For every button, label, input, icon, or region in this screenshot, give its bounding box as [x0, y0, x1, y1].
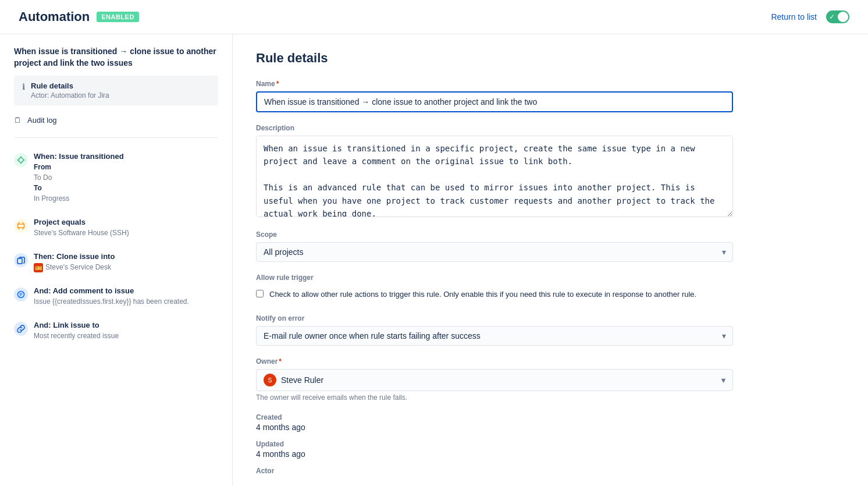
allow-rule-trigger-group: Allow rule trigger Check to allow other …: [256, 274, 733, 303]
enabled-toggle[interactable]: ✓: [826, 10, 849, 23]
created-value: 4 months ago: [256, 423, 733, 432]
audit-log-item[interactable]: 🗒 Audit log: [14, 110, 218, 130]
audit-icon: 🗒: [14, 116, 22, 125]
owner-select-wrapper[interactable]: S Steve Ruler ▾: [256, 369, 733, 391]
link-content: And: Link issue to Most recently created…: [34, 321, 119, 341]
panel-title: Rule details: [256, 51, 733, 66]
trigger-content: When: Issue transitioned FromTo DoToIn P…: [34, 152, 124, 204]
condition-sub: Steve's Software House (SSH): [34, 228, 129, 238]
trigger-title: When: Issue transitioned: [34, 152, 124, 161]
rule-details-sidebar-item[interactable]: ℹ Rule details Actor: Automation for Jir…: [14, 76, 218, 105]
created-label: Created: [256, 413, 733, 421]
comment-content: And: Add comment to issue Issue {{create…: [34, 286, 189, 307]
allow-rule-trigger-text: Check to allow other rule actions to tri…: [269, 289, 696, 300]
comment-icon: [14, 288, 28, 301]
flow-item-condition[interactable]: Project equals Steve's Software House (S…: [14, 211, 218, 245]
info-icon: ℹ: [22, 82, 25, 91]
main-content: When issue is transitioned → clone issue…: [0, 34, 868, 486]
condition-content: Project equals Steve's Software House (S…: [34, 218, 129, 238]
owner-label: Owner*: [256, 357, 733, 366]
top-bar: Automation ENABLED Return to list ✓: [0, 0, 868, 34]
owner-helper-text: The owner will receive emails when the r…: [256, 393, 733, 402]
right-panel: Rule details Name* Description When an i…: [233, 34, 756, 486]
scope-group: Scope All projects Specific projects: [256, 230, 733, 262]
rule-details-text: Rule details Actor: Automation for Jira: [31, 81, 109, 100]
comment-title: And: Add comment to issue: [34, 286, 189, 295]
scope-label: Scope: [256, 230, 733, 239]
owner-group: Owner* S Steve Ruler ▾ The owner will re…: [256, 357, 733, 402]
description-label: Description: [256, 124, 733, 132]
owner-name: Steve Ruler: [281, 375, 712, 385]
owner-chevron-icon: ▾: [721, 375, 725, 385]
description-textarea[interactable]: When an issue is transitioned in a speci…: [256, 136, 733, 217]
service-desk-icon: 🎫: [34, 263, 43, 272]
meta-section: Created 4 months ago Updated 4 months ag…: [256, 413, 733, 475]
updated-label: Updated: [256, 440, 733, 448]
clone-icon: [14, 253, 28, 267]
link-icon: [14, 322, 28, 336]
svg-rect-0: [17, 258, 22, 264]
clone-title: Then: Clone issue into: [34, 252, 115, 261]
app-title: Automation: [19, 9, 90, 24]
flow-item-trigger[interactable]: When: Issue transitioned FromTo DoToIn P…: [14, 145, 218, 211]
description-group: Description When an issue is transitione…: [256, 124, 733, 219]
owner-avatar: S: [264, 374, 276, 386]
return-to-list-link[interactable]: Return to list: [771, 12, 817, 22]
updated-value: 4 months ago: [256, 449, 733, 459]
scope-select-wrapper: All projects Specific projects: [256, 242, 733, 262]
comment-sub: Issue {{createdIssues.first.key}} has be…: [34, 296, 189, 307]
notify-on-error-label: Notify on error: [256, 314, 733, 322]
name-input[interactable]: [256, 91, 733, 112]
flow-item-link[interactable]: And: Link issue to Most recently created…: [14, 314, 218, 348]
toggle-check-icon: ✓: [829, 13, 835, 21]
allow-rule-trigger-row: Check to allow other rule actions to tri…: [256, 286, 733, 303]
condition-title: Project equals: [34, 218, 129, 226]
notify-select[interactable]: E-mail rule owner once when rule starts …: [256, 326, 733, 346]
rule-title: When issue is transitioned → clone issue…: [14, 46, 218, 69]
actor-label: Actor: [256, 467, 733, 475]
name-group: Name*: [256, 80, 733, 112]
flow-item-comment[interactable]: And: Add comment to issue Issue {{create…: [14, 279, 218, 314]
app-container: Automation ENABLED Return to list ✓ When…: [0, 0, 868, 486]
link-sub: Most recently created issue: [34, 331, 119, 341]
enabled-badge: ENABLED: [97, 12, 139, 22]
notify-select-wrapper: E-mail rule owner once when rule starts …: [256, 326, 733, 346]
trigger-icon: [14, 153, 28, 167]
link-title: And: Link issue to: [34, 321, 119, 329]
notify-on-error-group: Notify on error E-mail rule owner once w…: [256, 314, 733, 346]
rule-details-actor: Actor: Automation for Jira: [31, 91, 109, 100]
top-bar-left: Automation ENABLED: [19, 9, 139, 24]
audit-log-label: Audit log: [27, 116, 57, 125]
flow-item-clone[interactable]: Then: Clone issue into 🎫Steve's Service …: [14, 245, 218, 279]
scope-select[interactable]: All projects Specific projects: [256, 242, 733, 262]
clone-content: Then: Clone issue into 🎫Steve's Service …: [34, 252, 115, 272]
sidebar: When issue is transitioned → clone issue…: [0, 34, 233, 486]
clone-sub: 🎫Steve's Service Desk: [34, 262, 115, 272]
name-label: Name*: [256, 80, 733, 88]
sidebar-divider: [14, 137, 218, 138]
trigger-sub: FromTo DoToIn Progress: [34, 162, 124, 204]
condition-icon: [14, 219, 28, 233]
allow-rule-trigger-label: Allow rule trigger: [256, 274, 733, 282]
allow-rule-trigger-checkbox[interactable]: [256, 290, 264, 297]
top-bar-right: Return to list ✓: [771, 10, 849, 23]
rule-details-label: Rule details: [31, 81, 109, 90]
